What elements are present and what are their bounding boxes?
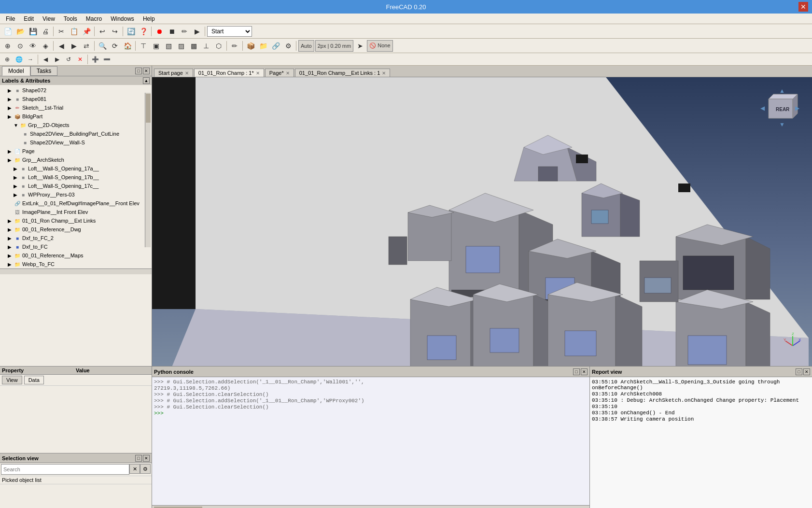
tree-arrow[interactable]: ▶ — [8, 105, 14, 111]
viewport[interactable]: REAR ◀ ▶ ▲ ▼ X Y Z — [152, 77, 812, 366]
menu-view[interactable]: View — [39, 14, 59, 23]
tree-item-loft17b[interactable]: ▶ ■ Loft__Wall-S_Opening_17b__ — [0, 173, 152, 182]
tab-close-icon[interactable]: ✕ — [382, 71, 386, 76]
tree-arrow[interactable]: ▶ — [14, 175, 19, 180]
auto-btn[interactable]: Auto — [298, 40, 314, 52]
none-btn[interactable]: 🚫 None — [367, 40, 392, 52]
cut-button[interactable]: ✂ — [56, 26, 67, 37]
part-open-btn[interactable]: 📦 — [245, 40, 256, 52]
tree-item-bldgpart[interactable]: ▶ 📦 BldgPart — [0, 112, 152, 121]
workbench-dropdown[interactable]: Start Arch Part Design Draft — [207, 26, 252, 37]
tree-area[interactable]: ▶ ■ Shape072 ▶ ■ Shape081 ▶ ✏ Sketch__1s… — [0, 85, 152, 366]
part-link-btn[interactable]: 🔗 — [270, 40, 281, 52]
search-clear-btn[interactable]: ✕ — [129, 464, 140, 474]
tree-arrow[interactable]: ▶ — [8, 236, 14, 241]
paste-button[interactable]: 📌 — [81, 26, 92, 37]
tree-arrow[interactable]: ▶ — [8, 149, 14, 154]
open-button[interactable]: 📂 — [14, 26, 26, 37]
zoom-btn[interactable]: 🔍 — [97, 40, 108, 52]
forward-button[interactable]: ▶ — [68, 40, 80, 52]
selection-close-btn[interactable]: ✕ — [143, 455, 150, 462]
tree-item-loft17c[interactable]: ▶ ■ Loft__Wall-S_Opening_17c__ — [0, 182, 152, 190]
tree-item-wpproxy[interactable]: ▶ ■ WPProxy__Pers-03 — [0, 190, 152, 199]
zoom-rotate-btn[interactable]: ⟳ — [109, 40, 121, 52]
menu-windows[interactable]: Windows — [107, 14, 138, 23]
tree-item-shape2dview-wall[interactable]: ■ Shape2DView__Wall-S — [0, 138, 152, 147]
close-button[interactable]: ✕ — [798, 2, 808, 12]
fit-sel-button[interactable]: ⊙ — [14, 40, 26, 52]
arrow-btn[interactable]: ➤ — [354, 40, 366, 52]
copy-button[interactable]: 📋 — [68, 26, 80, 37]
tree-item-shape081[interactable]: ▶ ■ Shape081 — [0, 95, 152, 103]
tab-page[interactable]: Page* ✕ — [265, 69, 294, 77]
refresh-button[interactable]: 🔄 — [125, 26, 137, 37]
tab-close-icon[interactable]: ✕ — [185, 71, 189, 76]
python-content[interactable]: >>> # Gui.Selection.addSelection('_1__01… — [152, 377, 589, 505]
tab-ron-champ[interactable]: 01_01_Ron Champ : 1* ✕ — [194, 69, 264, 77]
help-button[interactable]: ❓ — [138, 26, 149, 37]
back-button[interactable]: ◀ — [56, 40, 67, 52]
nav-reload-btn[interactable]: ↺ — [63, 55, 74, 64]
menu-file[interactable]: File — [2, 14, 19, 23]
nav-fwd-btn[interactable]: ▶ — [52, 55, 62, 64]
draw-style-button[interactable]: ◈ — [40, 40, 51, 52]
std-view-rear[interactable]: ▨ — [175, 40, 187, 52]
nav-minus-btn[interactable]: ➖ — [101, 55, 112, 64]
tab-close-icon[interactable]: ✕ — [256, 71, 260, 76]
view-menu-button[interactable]: 👁 — [27, 40, 39, 52]
nav-add-btn[interactable]: ➕ — [90, 55, 100, 64]
tree-arrow[interactable]: ▶ — [8, 114, 14, 119]
tree-item-loft17a[interactable]: ▶ ■ Loft__Wall-S_Opening_17a__ — [0, 164, 152, 173]
python-close-btn[interactable]: ✕ — [581, 368, 588, 375]
python-minimize-btn[interactable]: □ — [573, 368, 580, 375]
menu-help[interactable]: Help — [139, 14, 159, 23]
python-scrollbar-h[interactable] — [152, 505, 589, 508]
view-home-btn[interactable]: 🏠 — [122, 40, 133, 52]
std-view-bottom[interactable]: ⊥ — [200, 40, 212, 52]
std-view-left[interactable]: ▩ — [188, 40, 199, 52]
tab-tasks[interactable]: Tasks — [30, 66, 58, 76]
play-button[interactable]: ▶ — [191, 26, 203, 37]
nav-circle-btn[interactable]: ⊕ — [2, 55, 13, 64]
tree-arrow[interactable]: ▶ — [8, 262, 14, 267]
tree-item-grp2d[interactable]: ▼ 📁 Grp__2D-Objects — [0, 121, 152, 129]
menu-edit[interactable]: Edit — [20, 14, 38, 23]
tree-item-extlnk[interactable]: 🔗 ExtLnk__0_01_RefDwg#ImagePlane__Front … — [0, 199, 152, 208]
sketch-tool-btn[interactable]: ✏ — [229, 40, 240, 52]
tree-arrow[interactable]: ▶ — [8, 88, 14, 93]
tree-arrow[interactable]: ▶ — [8, 97, 14, 102]
prop-tab-data[interactable]: Data — [24, 376, 44, 384]
stop-button[interactable]: ⏹ — [166, 26, 178, 37]
tree-scrollbar-v[interactable] — [145, 93, 151, 247]
new-button[interactable]: 📄 — [2, 26, 14, 37]
tree-arrow[interactable]: ▶ — [8, 253, 14, 258]
tab-close-icon[interactable]: ✕ — [286, 71, 290, 76]
tree-arrow[interactable]: ▶ — [8, 157, 14, 163]
nav-globe-btn[interactable]: 🌐 — [14, 55, 24, 64]
redo-button[interactable]: ↪ — [109, 26, 121, 37]
tree-scrollbar-h[interactable] — [0, 268, 152, 274]
tree-item-dxf2[interactable]: ▶ ■ Dxf_to_FC_2 — [0, 234, 152, 242]
save-button[interactable]: 💾 — [27, 26, 39, 37]
std-view-iso[interactable]: ⬡ — [213, 40, 224, 52]
part-more-btn[interactable]: ⚙ — [282, 40, 294, 52]
std-view-top[interactable]: ⊤ — [138, 40, 149, 52]
menu-tools[interactable]: Tools — [60, 14, 81, 23]
tree-item-sketch[interactable]: ▶ ✏ Sketch__1st-Trial — [0, 103, 152, 112]
tree-arrow[interactable]: ▶ — [14, 166, 19, 171]
tree-item-ref-maps[interactable]: ▶ 📁 00_01_Reference__Maps — [0, 251, 152, 260]
part-new-btn[interactable]: 📁 — [257, 40, 269, 52]
tree-item-shape2dview-bp[interactable]: ■ Shape2DView__BuildingPart_CutLine — [0, 129, 152, 138]
line-width-btn[interactable]: 2px | 0.20 mm — [315, 40, 354, 52]
tree-item-ref-dwg[interactable]: ▶ 📁 00_01_Reference__Dwg — [0, 225, 152, 234]
tree-item-shape072[interactable]: ▶ ■ Shape072 — [0, 86, 152, 95]
tab-start-page[interactable]: Start page ✕ — [154, 69, 193, 77]
nav-back-btn[interactable]: ◀ — [40, 55, 51, 64]
tree-arrow[interactable]: ▶ — [8, 227, 14, 232]
tree-arrow[interactable]: ▶ — [8, 218, 14, 224]
tree-scroll-up[interactable]: ▲ — [143, 77, 150, 84]
fit-all-button[interactable]: ⊕ — [2, 40, 14, 52]
edit-button[interactable]: ✏ — [179, 26, 190, 37]
tree-item-webp[interactable]: ▶ 📁 Webp_To_FC — [0, 260, 152, 268]
undo-button[interactable]: ↩ — [97, 26, 108, 37]
